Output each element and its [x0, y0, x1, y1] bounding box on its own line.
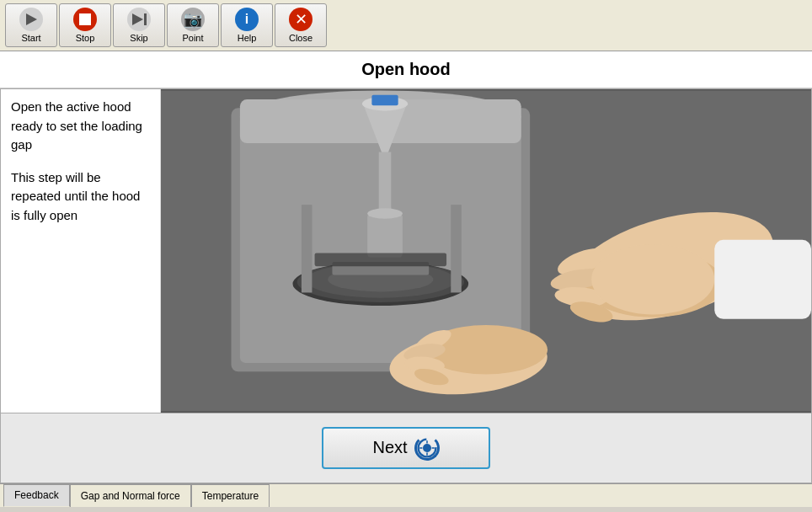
svg-point-31: [367, 208, 403, 219]
instruction-text-1: Open the active hood ready to set the lo…: [11, 98, 150, 155]
feedback-tab[interactable]: Feedback: [3, 484, 70, 507]
help-label: Help: [238, 33, 257, 43]
feedback-tab-label: Feedback: [14, 489, 59, 501]
play-icon: [19, 8, 43, 31]
svg-point-21: [591, 244, 714, 314]
svg-rect-22: [714, 240, 811, 319]
gap-normal-tab[interactable]: Gap and Normal force: [70, 484, 191, 507]
close-label: Close: [289, 33, 313, 43]
content-area: Open the active hood ready to set the lo…: [0, 88, 812, 413]
skip-button[interactable]: Skip: [113, 3, 165, 47]
close-icon: ✕: [289, 8, 313, 31]
page-title: Open hood: [0, 51, 812, 88]
start-label: Start: [21, 33, 40, 43]
help-button[interactable]: i Help: [221, 3, 273, 47]
instruction-panel: Open the active hood ready to set the lo…: [1, 89, 161, 413]
svg-rect-14: [451, 205, 462, 292]
temperature-tab[interactable]: Temperature: [191, 484, 270, 507]
gap-normal-tab-label: Gap and Normal force: [81, 490, 180, 502]
temperature-tab-label: Temperature: [202, 490, 259, 502]
stop-button[interactable]: Stop: [59, 3, 111, 47]
status-bar: Feedback Gap and Normal force Temperatur…: [0, 483, 812, 507]
close-button[interactable]: ✕ Close: [275, 3, 327, 47]
start-button[interactable]: Start: [5, 3, 57, 47]
help-icon: i: [235, 8, 259, 31]
skip-icon: [127, 8, 151, 31]
camera-icon: 📷: [181, 8, 205, 31]
stop-icon: [73, 8, 97, 31]
svg-rect-32: [315, 253, 446, 266]
skip-label: Skip: [130, 33, 147, 43]
svg-point-34: [424, 445, 430, 451]
svg-rect-7: [371, 95, 398, 106]
machine-image-area: [161, 89, 811, 413]
next-button-label: Next: [372, 438, 407, 457]
machine-illustration: [161, 89, 811, 413]
next-button[interactable]: Next: [322, 427, 490, 469]
point-button[interactable]: 📷 Point: [167, 3, 219, 47]
spinner-icon: [414, 435, 440, 461]
stop-label: Stop: [76, 33, 95, 43]
svg-rect-30: [367, 214, 403, 258]
toolbar: Start Stop Skip 📷 Point i Help ✕ Close: [0, 0, 812, 51]
action-area: Next: [0, 413, 812, 483]
instruction-text-2: This step will be repeated until the hoo…: [11, 168, 150, 226]
svg-rect-13: [302, 205, 313, 292]
point-label: Point: [182, 33, 203, 43]
